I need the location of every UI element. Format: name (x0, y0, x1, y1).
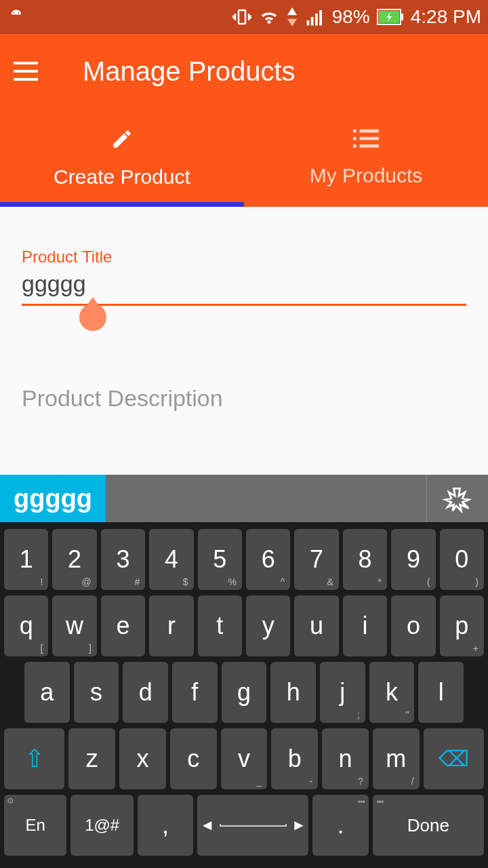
key-a[interactable]: a (24, 662, 70, 723)
key-u[interactable]: u (294, 595, 338, 656)
battery-charging-icon (377, 8, 404, 26)
keyboard-suggestion[interactable]: ggggg (0, 475, 106, 522)
tabs: Create Product My Products (0, 108, 488, 207)
key-0[interactable]: 0) (440, 529, 484, 590)
key-e[interactable]: e (101, 595, 145, 656)
key-m[interactable]: m/ (373, 728, 420, 789)
key-3[interactable]: 3# (101, 529, 145, 590)
key-8[interactable]: 8* (343, 529, 387, 590)
key-t[interactable]: t (198, 595, 242, 656)
signal-icon (305, 7, 325, 27)
svg-rect-11 (360, 136, 380, 140)
key-f[interactable]: f (172, 662, 218, 723)
key-n[interactable]: n? (322, 728, 369, 789)
svg-rect-10 (353, 136, 357, 140)
pencil-icon (110, 127, 134, 151)
svg-rect-2 (310, 17, 313, 26)
svg-rect-3 (315, 14, 318, 26)
clock: 4:28 PM (411, 6, 481, 28)
key-h[interactable]: h (270, 662, 316, 723)
key-cursor-arrows[interactable]: ◄► (197, 795, 308, 856)
svg-rect-8 (353, 129, 357, 132)
tab-label: My Products (310, 164, 423, 187)
key-g[interactable]: g (222, 662, 267, 723)
key-k[interactable]: k" (369, 662, 415, 723)
key-9[interactable]: 9( (391, 529, 435, 590)
key-c[interactable]: c (170, 728, 217, 789)
product-description-input[interactable]: Product Description (22, 385, 466, 412)
key-5[interactable]: 5% (198, 529, 242, 590)
key-backspace[interactable]: ⌫ (424, 728, 484, 789)
key-j[interactable]: j; (320, 662, 365, 723)
key-y[interactable]: y (246, 595, 290, 656)
key-r[interactable]: r (149, 595, 193, 656)
page-title: Manage Products (83, 56, 296, 87)
svg-rect-13 (360, 144, 380, 147)
tab-my-products[interactable]: My Products (244, 108, 488, 207)
data-arrows-icon (286, 7, 298, 26)
key-l[interactable]: l (418, 662, 464, 723)
key-b[interactable]: b- (271, 728, 318, 789)
key-d[interactable]: d (123, 662, 168, 723)
key-x[interactable]: x (119, 728, 166, 789)
tab-create-product[interactable]: Create Product (0, 108, 244, 207)
key-symbols[interactable]: 1@# (70, 795, 133, 856)
key-p[interactable]: p+ (440, 595, 484, 656)
svg-rect-1 (306, 20, 309, 26)
key-s[interactable]: s (74, 662, 119, 723)
svg-rect-9 (360, 129, 380, 132)
key-period[interactable]: •••. (312, 795, 368, 856)
soft-keyboard: ggggg 1!2@3#4$5%6^7&8*9(0) q[w]ertyuiop+… (0, 475, 488, 868)
form: Product Title Product Description (0, 207, 488, 412)
key-z[interactable]: z (68, 728, 115, 789)
key-done[interactable]: •••Done (373, 795, 484, 856)
key-language[interactable]: ⚙En (4, 795, 66, 856)
key-2[interactable]: 2@ (52, 529, 96, 590)
key-i[interactable]: i (343, 595, 387, 656)
key-q[interactable]: q[ (4, 595, 48, 656)
key-1[interactable]: 1! (4, 529, 48, 590)
key-comma[interactable]: , (138, 795, 193, 856)
svg-rect-0 (239, 10, 245, 24)
key-o[interactable]: o (391, 595, 435, 656)
app-bar: Manage Products Create Product My Produc… (0, 34, 488, 207)
svg-rect-12 (353, 144, 357, 147)
svg-rect-4 (319, 10, 322, 26)
list-icon (353, 129, 379, 149)
vibrate-icon (232, 7, 252, 27)
key-v[interactable]: v_ (221, 728, 268, 789)
menu-icon[interactable] (14, 62, 38, 81)
key-6[interactable]: 6^ (246, 529, 290, 590)
android-icon (7, 7, 26, 26)
tab-label: Create Product (54, 165, 190, 189)
key-shift[interactable]: ⇧ (4, 728, 64, 789)
keyboard-settings-icon[interactable] (427, 475, 488, 522)
wifi-icon (259, 7, 279, 27)
key-4[interactable]: 4$ (149, 529, 193, 590)
battery-percent: 98% (332, 6, 370, 28)
key-w[interactable]: w] (52, 595, 96, 656)
svg-rect-6 (401, 14, 403, 20)
product-title-label: Product Title (22, 248, 466, 267)
status-bar: 98% 4:28 PM (0, 0, 488, 34)
key-7[interactable]: 7& (294, 529, 338, 590)
